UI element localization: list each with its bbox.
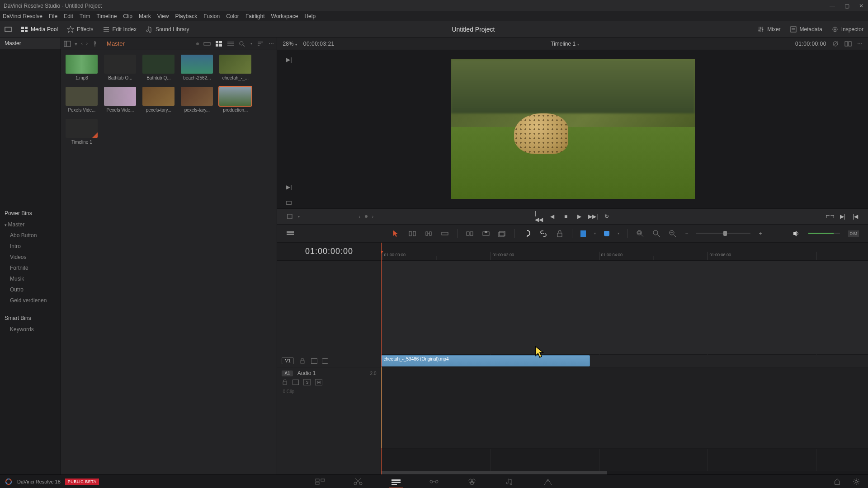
mixer-button[interactable]: Mixer	[757, 26, 780, 33]
clip-thumb[interactable]: Pexels Vide...	[66, 87, 98, 113]
clip-thumb[interactable]: Pexels Vide...	[104, 87, 136, 113]
track-a1[interactable]	[381, 367, 868, 449]
menu-view[interactable]: View	[157, 13, 169, 19]
metadata-button[interactable]: Metadata	[790, 26, 822, 33]
bin-master[interactable]: Master	[0, 38, 61, 49]
dual-viewer-icon[interactable]	[844, 41, 852, 47]
v1-badge[interactable]: V1	[282, 357, 293, 364]
menu-color[interactable]: Color	[226, 13, 239, 19]
menu-help[interactable]: Help	[304, 13, 316, 19]
playhead[interactable]	[381, 243, 382, 474]
clip-thumb[interactable]: Bathtub O...	[104, 55, 136, 80]
home-icon[interactable]	[832, 478, 843, 486]
zoom-in-icon[interactable]: +	[759, 230, 762, 237]
first-frame-button[interactable]: |◀◀	[535, 213, 542, 220]
a1-lock-icon[interactable]	[282, 380, 288, 385]
overwrite-clip-icon[interactable]	[482, 230, 490, 238]
nav-forward-icon[interactable]: ›	[86, 41, 88, 46]
color-page-tab[interactable]	[467, 478, 477, 486]
fusion-page-tab[interactable]	[429, 478, 439, 486]
menu-file[interactable]: File	[49, 13, 57, 19]
last-frame-button[interactable]: ▶▶|	[590, 213, 597, 220]
menu-mark[interactable]: Mark	[139, 13, 151, 19]
insert-clip-icon[interactable]	[466, 230, 474, 238]
a1-solo-button[interactable]: S	[303, 379, 311, 385]
clip-thumb[interactable]: production...	[219, 87, 251, 113]
flag-chevron-icon[interactable]: ▾	[594, 231, 596, 235]
crop-tool-icon[interactable]	[286, 213, 293, 220]
menu-edit[interactable]: Edit	[64, 13, 73, 19]
a1-badge[interactable]: A1	[282, 371, 292, 376]
timeline-tracks[interactable]: 01:00:00:00 01:00:02:00 01:00:04:00 01:0…	[381, 243, 868, 474]
lock-icon[interactable]	[556, 230, 564, 238]
viewer[interactable]: ▶| ▶|	[277, 50, 868, 208]
settings-icon[interactable]	[851, 478, 862, 486]
maximize-button[interactable]: ▢	[844, 3, 850, 9]
grid-view-icon[interactable]	[215, 41, 222, 47]
video-clip[interactable]: cheetah_-_53486 (Original).mp4	[381, 355, 590, 366]
menu-clip[interactable]: Clip	[123, 13, 132, 19]
zoom-out-icon[interactable]: −	[685, 230, 688, 237]
sort-icon[interactable]	[257, 41, 264, 47]
flag-icon[interactable]	[580, 230, 586, 237]
next-marker-icon[interactable]: ›	[372, 214, 373, 219]
volume-icon[interactable]	[792, 230, 800, 238]
bin-musik[interactable]: Musik	[0, 273, 61, 284]
next-edit-icon[interactable]: ▶|	[286, 184, 292, 190]
blade-tool-icon[interactable]	[441, 230, 449, 238]
timeline-scrollbar[interactable]	[381, 471, 868, 474]
marker-chevron-icon[interactable]: ▾	[618, 231, 619, 235]
clip-thumb[interactable]: Timeline 1	[66, 119, 98, 145]
minimize-button[interactable]: —	[829, 3, 835, 9]
bin-geld[interactable]: Geld verdienen	[0, 295, 61, 306]
clip-thumb[interactable]: 1.mp3	[66, 55, 98, 80]
zoom-custom-icon[interactable]	[669, 230, 677, 238]
dynamic-trim-icon[interactable]	[425, 230, 433, 238]
bin-abo-button[interactable]: Abo Button	[0, 230, 61, 241]
track-header-v1[interactable]: V1	[277, 355, 381, 367]
zoom-detail-icon[interactable]	[652, 230, 660, 238]
effects-button[interactable]: Effects	[67, 26, 93, 33]
clip-thumb[interactable]: pexels-tary...	[142, 87, 175, 113]
replace-clip-icon[interactable]	[498, 230, 506, 238]
in-point-icon[interactable]: |◀	[852, 213, 859, 220]
clip-thumb[interactable]: pexels-tary...	[181, 87, 213, 113]
v1-auto-select-icon[interactable]	[311, 358, 317, 364]
zoom-slider[interactable]	[696, 233, 750, 234]
bin-intro[interactable]: Intro	[0, 241, 61, 252]
media-pool-button[interactable]: Media Pool	[21, 26, 58, 33]
dim-button[interactable]: DIM	[848, 230, 859, 237]
media-page-tab[interactable]	[315, 478, 326, 486]
nav-back-icon[interactable]: ‹	[81, 41, 82, 46]
menu-timeline[interactable]: Timeline	[96, 13, 117, 19]
clip-thumb[interactable]: cheetah_-_...	[219, 55, 251, 80]
link-icon[interactable]	[539, 230, 547, 238]
bypass-icon[interactable]	[832, 41, 839, 47]
pin-icon[interactable]	[91, 41, 99, 47]
cut-page-tab[interactable]	[353, 478, 363, 486]
volume-slider[interactable]	[808, 233, 840, 234]
track-header-a1[interactable]: A1 Audio 1 2.0 S M 0 Clip	[277, 367, 381, 397]
menu-davinci[interactable]: DaVinci Resolve	[3, 13, 42, 19]
timeline-name[interactable]: Timeline 1 ▾	[551, 41, 579, 47]
edit-index-button[interactable]: Edit Index	[103, 26, 137, 33]
list-view-icon[interactable]	[227, 41, 234, 47]
match-frame-icon[interactable]: ⊏⊐	[826, 213, 834, 220]
bin-fortnite[interactable]: Fortnite	[0, 263, 61, 273]
smart-bin-keywords[interactable]: Keywords	[0, 324, 61, 335]
viewer-more-icon[interactable]: ⋯	[857, 41, 863, 47]
prev-frame-button[interactable]: ◀	[549, 213, 556, 220]
search-icon[interactable]	[239, 41, 246, 47]
timeline-timecode[interactable]: 01:00:00:00	[277, 243, 381, 261]
menu-fairlight[interactable]: Fairlight	[245, 13, 265, 19]
razor-icon[interactable]	[523, 230, 531, 238]
panel-layout-icon[interactable]	[64, 41, 71, 47]
out-point-icon[interactable]: ▶|	[839, 213, 846, 220]
clip-thumb[interactable]: beach-2562...	[181, 55, 213, 80]
marker-icon[interactable]	[604, 231, 609, 236]
selection-tool-icon[interactable]	[392, 230, 400, 238]
stop-button[interactable]: ■	[562, 213, 570, 220]
fairlight-page-tab[interactable]	[505, 478, 515, 486]
menu-playback[interactable]: Playback	[175, 13, 197, 19]
viewer-zoom[interactable]: 28% ▾	[283, 41, 297, 47]
